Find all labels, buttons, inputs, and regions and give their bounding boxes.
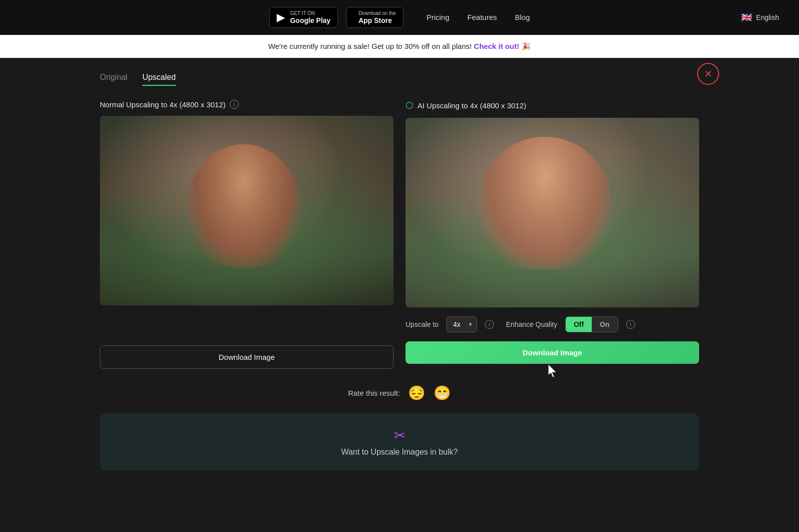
upscale-to-label: Upscale to <box>405 320 438 328</box>
right-panel: ⬡ AI Upscaling to 4x (4800 x 3012) Upsca… <box>405 100 699 364</box>
left-image-container <box>100 116 394 305</box>
upscale-info-icon[interactable]: i <box>485 320 494 329</box>
language-label: English <box>756 13 779 21</box>
download-ai-button[interactable]: Download Image <box>405 341 699 364</box>
header-center: ▶ GET IT ON Google Play Download on the … <box>269 7 530 28</box>
right-image-container <box>405 118 699 307</box>
app-store-button[interactable]: Download on the App Store <box>346 7 403 28</box>
google-play-button[interactable]: ▶ GET IT ON Google Play <box>269 7 338 28</box>
tab-bar: Original Upscaled <box>100 73 699 86</box>
images-row: Normal Upscaling to 4x (4800 x 3012) i D… <box>100 100 699 369</box>
download-normal-button[interactable]: Download Image <box>100 345 394 369</box>
sad-emoji-button[interactable]: 😔 <box>408 385 425 401</box>
toggle-off-button[interactable]: Off <box>566 317 592 332</box>
header: ▶ GET IT ON Google Play Download on the … <box>0 0 799 35</box>
tab-upscaled[interactable]: Upscaled <box>142 73 176 86</box>
bulk-section: ✂ Want to Upscale Images in bulk? <box>100 413 699 471</box>
close-button[interactable]: ✕ <box>697 63 719 85</box>
nav-blog[interactable]: Blog <box>515 13 530 21</box>
rate-label: Rate this result: <box>348 389 400 397</box>
happy-emoji-button[interactable]: 😁 <box>433 385 451 401</box>
header-right: 🇬🇧 English <box>741 12 779 23</box>
tab-original[interactable]: Original <box>100 73 127 86</box>
left-panel-title: Normal Upscaling to 4x (4800 x 3012) i <box>100 100 394 109</box>
sale-link[interactable]: Check it out! 🎉 <box>474 42 531 50</box>
left-info-icon[interactable]: i <box>230 100 239 109</box>
upscale-select-wrapper: 4x 2x 3x <box>446 316 477 332</box>
google-play-big: Google Play <box>290 16 331 25</box>
sale-text: We're currently running a sale! Get up t… <box>268 42 472 50</box>
sale-banner: We're currently running a sale! Get up t… <box>0 35 799 58</box>
close-icon: ✕ <box>704 68 713 80</box>
download-ai-wrapper: Download Image <box>405 341 699 364</box>
nav-pricing[interactable]: Pricing <box>426 13 449 21</box>
google-play-small: GET IT ON <box>290 10 331 16</box>
app-store-small: Download on the <box>359 10 396 16</box>
rate-section: Rate this result: 😔 😁 <box>100 385 699 401</box>
enhance-toggle: Off On <box>565 316 618 332</box>
left-panel: Normal Upscaling to 4x (4800 x 3012) i D… <box>100 100 394 369</box>
controls-row: Upscale to 4x 2x 3x i Enhance Quality Of… <box>405 316 699 332</box>
header-nav: Pricing Features Blog <box>426 13 530 21</box>
app-store-big: App Store <box>359 16 396 25</box>
flag-icon: 🇬🇧 <box>741 12 752 23</box>
enhance-info-icon[interactable]: i <box>626 320 635 329</box>
toggle-on-button[interactable]: On <box>592 317 617 332</box>
bulk-icon: ✂ <box>114 427 685 444</box>
enhance-quality-label: Enhance Quality <box>506 320 557 328</box>
upscale-select[interactable]: 4x 2x 3x <box>446 316 477 332</box>
nav-features[interactable]: Features <box>467 13 497 21</box>
google-play-icon: ▶ <box>277 11 285 24</box>
right-photo <box>405 118 699 307</box>
bulk-text: Want to Upscale Images in bulk? <box>114 448 685 457</box>
main-content: ✕ Original Upscaled Normal Upscaling to … <box>80 58 719 486</box>
right-panel-title: ⬡ AI Upscaling to 4x (4800 x 3012) <box>405 100 699 111</box>
left-photo <box>100 116 394 305</box>
cursor-indicator <box>546 363 558 381</box>
ai-icon: ⬡ <box>405 100 413 111</box>
